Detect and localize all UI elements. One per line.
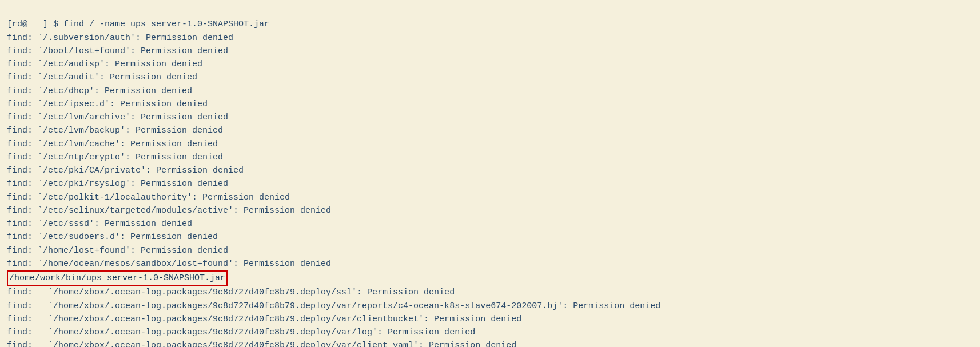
terminal-line: find: `/etc/lvm/archive': Permission den…	[7, 111, 973, 124]
terminal-line: /home/work/bin/ups_server-1.0-SNAPSHOT.j…	[7, 270, 973, 286]
terminal-line: find: `/etc/pki/rsyslog': Permission den…	[7, 177, 973, 190]
terminal-line: find: `/boot/lost+found': Permission den…	[7, 45, 973, 58]
found-file-highlight: /home/work/bin/ups_server-1.0-SNAPSHOT.j…	[7, 270, 228, 286]
terminal-line: find: `/home/xbox/.ocean-log.packages/9c…	[7, 300, 973, 313]
terminal-line: find: `/etc/ipsec.d': Permission denied	[7, 98, 973, 111]
terminal-line: find: `/home/lost+found': Permission den…	[7, 244, 973, 257]
terminal-line: find: `/etc/sssd': Permission denied	[7, 217, 973, 230]
terminal-line: find: `/etc/lvm/cache': Permission denie…	[7, 138, 973, 151]
terminal-output: [rd@ ] $ find / -name ups_server-1.0-SNA…	[7, 5, 973, 347]
terminal-line: [rd@ ] $ find / -name ups_server-1.0-SNA…	[7, 18, 973, 31]
terminal-line: find: `/etc/audit': Permission denied	[7, 71, 973, 84]
terminal-line: find: `/.subversion/auth': Permission de…	[7, 31, 973, 45]
terminal-line: find: `/home/xbox/.ocean-log.packages/9c…	[7, 339, 973, 347]
terminal-line: find: `/home/xbox/.ocean-log.packages/9c…	[7, 286, 973, 299]
terminal-line: find: `/etc/lvm/backup': Permission deni…	[7, 124, 973, 137]
terminal-line: find: `/etc/ntp/crypto': Permission deni…	[7, 151, 973, 164]
terminal-line: find: `/etc/audisp': Permission denied	[7, 58, 973, 71]
terminal-line: find: `/home/ocean/mesos/sandbox/lost+fo…	[7, 257, 973, 270]
terminal-line: find: `/etc/pki/CA/private': Permission …	[7, 164, 973, 177]
terminal-line: find: `/etc/dhcp': Permission denied	[7, 85, 973, 98]
terminal-line: find: `/home/xbox/.ocean-log.packages/9c…	[7, 326, 973, 339]
terminal-line: find: `/etc/sudoers.d': Permission denie…	[7, 230, 973, 244]
terminal-line: find: `/home/xbox/.ocean-log.packages/9c…	[7, 313, 973, 326]
terminal-line: find: `/etc/polkit-1/localauthority': Pe…	[7, 191, 973, 204]
terminal-line: find: `/etc/selinux/targeted/modules/act…	[7, 204, 973, 217]
